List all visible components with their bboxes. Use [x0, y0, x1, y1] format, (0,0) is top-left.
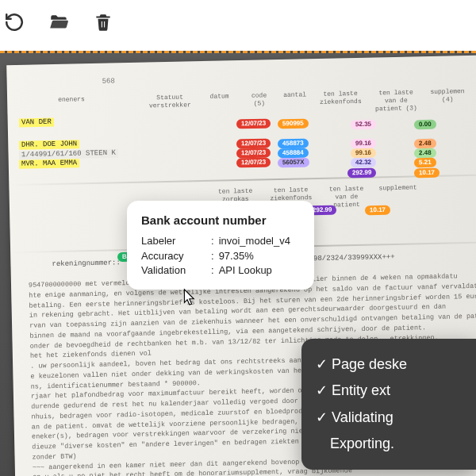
entity-popover: Bank account number Labelerinvoi_model_v…	[127, 201, 314, 290]
progress-item: Validating	[316, 405, 462, 431]
undo-icon[interactable]	[3, 11, 25, 33]
entity-name[interactable]: DHR. DOE JOHN	[19, 140, 79, 150]
pill-amount[interactable]: 99.16	[351, 148, 376, 159]
pill-amount[interactable]: 42.32	[351, 158, 376, 168]
pill-code[interactable]: 458884	[278, 148, 309, 159]
popover-row: Accuracy97.35%	[141, 249, 300, 264]
pill-amount[interactable]: 292.99	[347, 168, 377, 178]
pill-amount[interactable]: 5.21	[414, 158, 436, 168]
trash-icon[interactable]	[92, 11, 114, 33]
page-number: 568	[102, 77, 115, 86]
toolbar	[0, 0, 476, 44]
pill-amount[interactable]: 2.48	[414, 139, 436, 149]
popover-row: Labelerinvoi_model_v4	[141, 234, 300, 249]
progress-item: Entity ext	[316, 378, 462, 404]
pointer-cursor-icon	[179, 288, 197, 309]
pill-code[interactable]: 458873	[278, 139, 309, 149]
pill-date[interactable]: 12/07/23	[236, 119, 271, 129]
progress-toast: Page deske Entity ext Validating Exporti…	[301, 339, 476, 470]
progress-item: Exporting.	[316, 431, 462, 457]
entity-name[interactable]: VAN DER	[19, 118, 54, 128]
table-header: eneners Statuut verstrekker datum code (…	[55, 86, 476, 120]
pill-date[interactable]: 12/07/23	[236, 148, 271, 159]
pill-amount[interactable]: 2.48	[414, 148, 436, 159]
pill-date[interactable]: 12/07/23	[236, 139, 271, 149]
popover-row: ValidationAPI Lookup	[141, 263, 300, 278]
pill-amount[interactable]: 10.17	[414, 168, 440, 178]
folder-open-icon[interactable]	[48, 11, 70, 33]
progress-item: Page deske	[316, 351, 462, 378]
pill-code[interactable]: 56057X	[278, 158, 309, 168]
rek-label: rekeningnummer::	[52, 259, 121, 269]
pill-amount[interactable]: 52.35	[351, 120, 376, 130]
pill-amount[interactable]: 10.17	[365, 205, 390, 216]
entity-name[interactable]: MVR. MAA EMMA	[19, 159, 79, 169]
pill-code[interactable]: 590995	[278, 119, 309, 129]
pill-amount[interactable]: 99.16	[351, 139, 376, 149]
popover-title: Bank account number	[141, 212, 300, 229]
pill-date[interactable]: 12/07/23	[236, 158, 271, 168]
pill-amount[interactable]: 0.00	[414, 120, 436, 130]
document-viewport[interactable]: 568 eneners Statuut verstrekker datum co…	[0, 51, 476, 476]
